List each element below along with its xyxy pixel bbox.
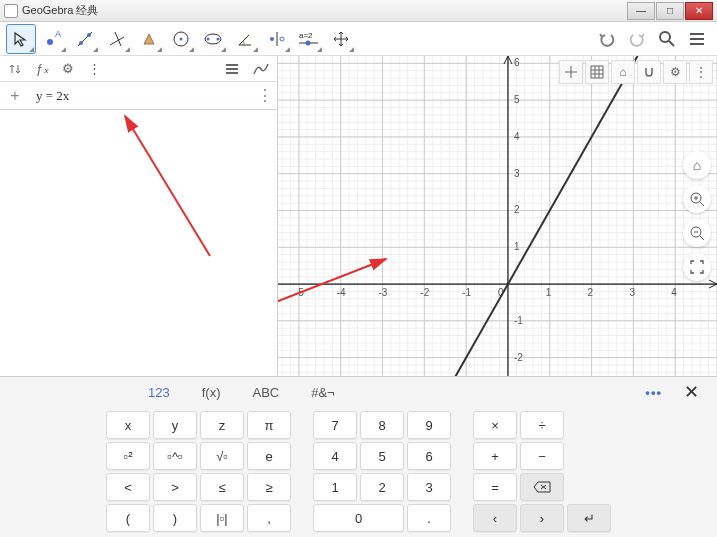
key-π[interactable]: π: [247, 411, 291, 439]
zoom-in-button[interactable]: [683, 185, 711, 213]
key-6[interactable]: 6: [407, 442, 451, 470]
tab-123[interactable]: 123: [134, 381, 184, 404]
key-√▫[interactable]: √▫: [200, 442, 244, 470]
keyboard-close[interactable]: ✕: [676, 381, 707, 403]
key-≤[interactable]: ≤: [200, 473, 244, 501]
tab-fx[interactable]: f(x): [188, 381, 235, 404]
redo-button[interactable]: [623, 25, 651, 53]
toggle-lines-icon[interactable]: [225, 59, 245, 79]
tool-transform[interactable]: [262, 24, 292, 54]
svg-point-18: [306, 40, 311, 45]
zoom-out-button[interactable]: [683, 219, 711, 247]
svg-rect-30: [591, 66, 603, 78]
svg-line-5: [110, 37, 124, 45]
tool-slider[interactable]: a=2: [294, 24, 324, 54]
toggle-graph-icon[interactable]: [251, 59, 271, 79]
expression-text[interactable]: y = 2x: [30, 88, 257, 104]
svg-line-39: [700, 202, 704, 206]
svg-text:-1: -1: [514, 315, 523, 326]
undo-button[interactable]: [593, 25, 621, 53]
grid-toggle[interactable]: [585, 60, 609, 84]
menu-button[interactable]: [683, 25, 711, 53]
fx-icon[interactable]: ƒₓ: [32, 59, 52, 79]
key-<[interactable]: <: [106, 473, 150, 501]
svg-text:-4: -4: [337, 287, 346, 298]
tool-polygon[interactable]: [134, 24, 164, 54]
key-x[interactable]: x: [106, 411, 150, 439]
svg-point-0: [47, 39, 53, 45]
graphics-stylebar: ⌂ ⚙ ⋮: [559, 60, 713, 84]
tool-point[interactable]: A: [38, 24, 68, 54]
add-icon[interactable]: +: [0, 87, 30, 105]
key-dot[interactable]: .: [407, 504, 451, 532]
graphics-panel[interactable]: ⌂ ⚙ ⋮ ⌂ -5-4-3-2-101234-2-1123456: [278, 56, 717, 376]
algebra-input-row[interactable]: + y = 2x ⋮: [0, 82, 277, 110]
key-×[interactable]: ×: [473, 411, 517, 439]
graph-canvas[interactable]: -5-4-3-2-101234-2-1123456: [278, 56, 717, 376]
key-⌫[interactable]: [520, 473, 564, 501]
maximize-button[interactable]: □: [656, 2, 684, 20]
minimize-button[interactable]: —: [627, 2, 655, 20]
key-2[interactable]: 2: [360, 473, 404, 501]
tab-sym[interactable]: #&¬: [297, 381, 349, 404]
key-8[interactable]: 8: [360, 411, 404, 439]
home-view-button[interactable]: ⌂: [683, 151, 711, 179]
key-3[interactable]: 3: [407, 473, 451, 501]
key-−[interactable]: −: [520, 442, 564, 470]
key-enter[interactable]: ↵: [567, 504, 611, 532]
key-paren-close[interactable]: ): [153, 504, 197, 532]
key-+[interactable]: +: [473, 442, 517, 470]
key->[interactable]: >: [153, 473, 197, 501]
key-paren-open[interactable]: (: [106, 504, 150, 532]
gear-icon[interactable]: ⚙: [58, 59, 78, 79]
axes-toggle[interactable]: [559, 60, 583, 84]
key-e[interactable]: e: [247, 442, 291, 470]
key-=[interactable]: =: [473, 473, 517, 501]
tool-line[interactable]: [70, 24, 100, 54]
key-abs[interactable]: |▫|: [200, 504, 244, 532]
key-y[interactable]: y: [153, 411, 197, 439]
svg-point-14: [270, 37, 274, 41]
key-z[interactable]: z: [200, 411, 244, 439]
key-▫²[interactable]: ▫²: [106, 442, 150, 470]
window-titlebar: GeoGebra 经典 — □ ✕: [0, 0, 717, 22]
svg-text:-2: -2: [420, 287, 429, 298]
key-5[interactable]: 5: [360, 442, 404, 470]
key-7[interactable]: 7: [313, 411, 357, 439]
close-button[interactable]: ✕: [685, 2, 713, 20]
row-more-icon[interactable]: ⋮: [257, 86, 277, 105]
svg-line-20: [669, 41, 674, 46]
tool-angle[interactable]: [230, 24, 260, 54]
more-icon[interactable]: ⋮: [84, 59, 104, 79]
svg-text:6: 6: [514, 57, 520, 68]
key-≥[interactable]: ≥: [247, 473, 291, 501]
sort-icon[interactable]: [6, 59, 26, 79]
keyboard-more[interactable]: •••: [635, 385, 672, 400]
svg-text:2: 2: [514, 204, 520, 215]
key-left[interactable]: ‹: [473, 504, 517, 532]
tool-conic[interactable]: [198, 24, 228, 54]
tool-move-view[interactable]: [326, 24, 356, 54]
key-4[interactable]: 4: [313, 442, 357, 470]
home-button[interactable]: ⌂: [611, 60, 635, 84]
key-1[interactable]: 1: [313, 473, 357, 501]
key-÷[interactable]: ÷: [520, 411, 564, 439]
key-comma[interactable]: ,: [247, 504, 291, 532]
settings-button[interactable]: ⚙: [663, 60, 687, 84]
fullscreen-button[interactable]: [683, 253, 711, 281]
svg-text:-1: -1: [462, 287, 471, 298]
key-right[interactable]: ›: [520, 504, 564, 532]
tab-abc[interactable]: ABC: [238, 381, 293, 404]
svg-text:1: 1: [546, 287, 552, 298]
key-0[interactable]: 0: [313, 504, 404, 532]
search-button[interactable]: [653, 25, 681, 53]
snap-button[interactable]: [637, 60, 661, 84]
stylebar-more[interactable]: ⋮: [689, 60, 713, 84]
key-9[interactable]: 9: [407, 411, 451, 439]
tool-move[interactable]: [6, 24, 36, 54]
svg-point-11: [207, 37, 210, 40]
tool-circle[interactable]: [166, 24, 196, 54]
tool-perpendicular[interactable]: [102, 24, 132, 54]
key-▫^▫[interactable]: ▫^▫: [153, 442, 197, 470]
svg-point-19: [660, 32, 670, 42]
